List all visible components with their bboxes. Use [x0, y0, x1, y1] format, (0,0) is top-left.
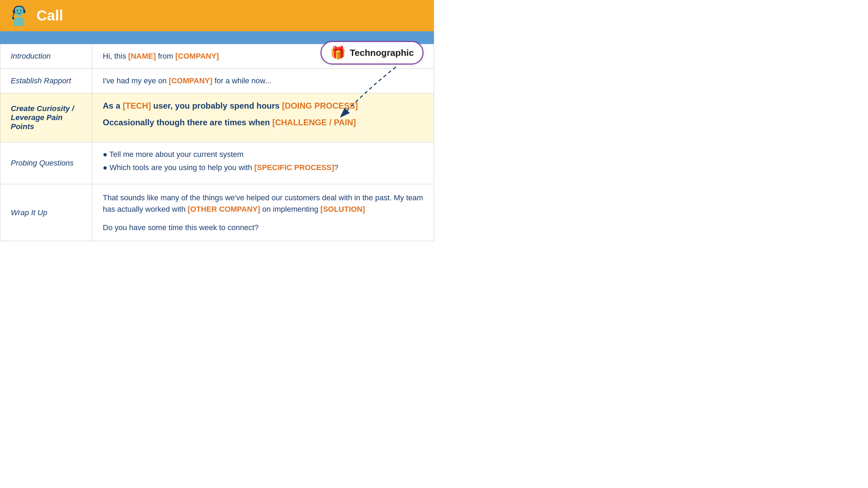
blue-bar: [0, 31, 434, 37]
dashed-arrow: [337, 65, 406, 117]
wrap-paragraph-2: Do you have some time this week to conne…: [103, 222, 423, 233]
badge-text: Technographic: [350, 48, 414, 58]
technographic-badge: 🎁 Technographic: [320, 41, 424, 65]
company-placeholder-rapport: [COMPANY]: [169, 76, 212, 85]
technographic-badge-container: 🎁 Technographic: [320, 41, 424, 65]
badge-icon: 🎁: [330, 45, 346, 60]
probing-content: Tell me more about your current system W…: [92, 142, 434, 184]
svg-point-2: [20, 10, 22, 11]
svg-point-1: [17, 10, 18, 11]
introduction-label: Introduction: [0, 44, 92, 69]
company-placeholder-intro: [COMPANY]: [175, 52, 219, 60]
content-area: 🎁 Technographic Introduction Hi, this: [0, 37, 434, 241]
name-placeholder: [NAME]: [128, 52, 156, 60]
solution-placeholder: [SOLUTION]: [320, 205, 365, 213]
wrap-content: That sounds like many of the things we'v…: [92, 184, 434, 241]
create-curiosity-label: Create Curiosity / Leverage Pain Points: [0, 93, 92, 142]
wrap-paragraph-1: That sounds like many of the things we'v…: [103, 192, 423, 215]
svg-rect-4: [23, 10, 25, 13]
table-row: Wrap It Up That sounds like many of the …: [0, 184, 434, 241]
probing-questions-label: Probing Questions: [0, 142, 92, 184]
wrap-paragraphs: That sounds like many of the things we'v…: [103, 192, 423, 233]
probing-bullets: Tell me more about your current system W…: [103, 150, 423, 172]
tech-placeholder: [TECH]: [123, 101, 151, 110]
other-company-placeholder: [OTHER COMPANY]: [188, 205, 260, 213]
curiosity-line2: Occasionally though there are times when…: [103, 118, 423, 127]
establish-rapport-label: Establish Rapport: [0, 69, 92, 93]
header-title: Call: [36, 7, 63, 24]
svg-point-5: [12, 17, 14, 19]
list-item: Which tools are you using to help you wi…: [103, 163, 423, 172]
pain-placeholder: [CHALLENGE / PAIN]: [272, 118, 356, 127]
table-row: Probing Questions Tell me more about you…: [0, 142, 434, 184]
header: Call: [0, 0, 434, 31]
specific-process-placeholder: [SPECIFIC PROCESS]: [254, 163, 334, 172]
list-item: Tell me more about your current system: [103, 150, 423, 159]
call-center-agent-icon: [7, 3, 31, 28]
wrap-it-up-label: Wrap It Up: [0, 184, 92, 241]
